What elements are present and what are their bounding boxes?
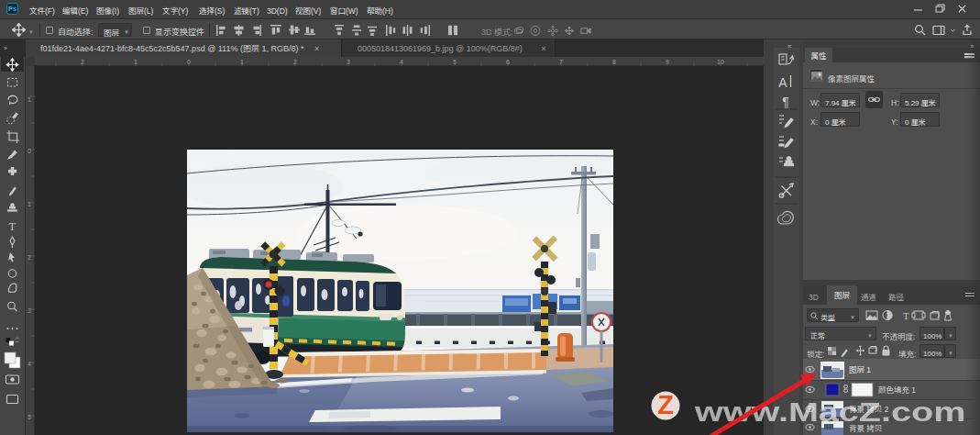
svg-text:T: T: [9, 220, 17, 233]
svg-text:A: A: [778, 72, 787, 91]
svg-text:T: T: [903, 310, 909, 321]
svg-text:¶: ¶: [782, 92, 789, 110]
